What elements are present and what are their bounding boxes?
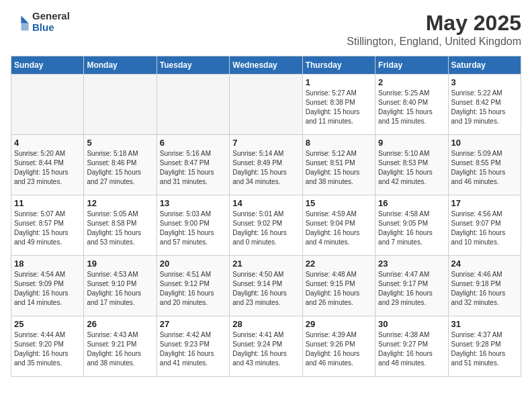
header-monday: Monday: [84, 56, 157, 75]
day-info: Sunrise: 5:05 AM Sunset: 8:58 PM Dayligh…: [87, 210, 153, 247]
day-number: 1: [306, 77, 372, 87]
day-info: Sunrise: 4:44 AM Sunset: 9:20 PM Dayligh…: [14, 330, 81, 368]
day-info: Sunrise: 5:16 AM Sunset: 8:47 PM Dayligh…: [160, 149, 226, 187]
day-number: 10: [451, 138, 518, 148]
day-number: 9: [378, 138, 445, 148]
day-number: 22: [306, 259, 372, 269]
day-cell: 20Sunrise: 4:51 AM Sunset: 9:12 PM Dayli…: [157, 256, 229, 316]
day-number: 16: [378, 198, 445, 208]
day-number: 18: [14, 259, 81, 269]
header-saturday: Saturday: [448, 56, 521, 75]
day-number: 28: [232, 319, 299, 329]
day-info: Sunrise: 4:47 AM Sunset: 9:17 PM Dayligh…: [378, 270, 445, 308]
month-title: May 2025: [347, 11, 521, 36]
day-number: 19: [87, 259, 153, 269]
day-info: Sunrise: 4:42 AM Sunset: 9:23 PM Dayligh…: [160, 330, 226, 368]
day-cell: 22Sunrise: 4:48 AM Sunset: 9:15 PM Dayli…: [302, 256, 375, 316]
day-number: 31: [451, 319, 518, 329]
day-number: 2: [378, 77, 445, 87]
day-cell: 11Sunrise: 5:07 AM Sunset: 8:57 PM Dayli…: [11, 195, 84, 256]
day-info: Sunrise: 5:20 AM Sunset: 8:44 PM Dayligh…: [14, 149, 81, 187]
day-cell: 23Sunrise: 4:47 AM Sunset: 9:17 PM Dayli…: [375, 256, 448, 316]
svg-marker-0: [21, 15, 28, 23]
day-cell: [11, 75, 84, 135]
day-number: 14: [232, 198, 299, 208]
day-number: 8: [306, 138, 372, 148]
day-number: 26: [87, 319, 153, 329]
day-info: Sunrise: 5:10 AM Sunset: 8:53 PM Dayligh…: [378, 149, 445, 187]
day-number: 17: [451, 198, 518, 208]
day-info: Sunrise: 4:58 AM Sunset: 9:05 PM Dayligh…: [378, 210, 445, 247]
day-info: Sunrise: 4:48 AM Sunset: 9:15 PM Dayligh…: [306, 270, 372, 308]
day-cell: 29Sunrise: 4:39 AM Sunset: 9:26 PM Dayli…: [302, 316, 375, 377]
day-number: 13: [160, 198, 226, 208]
week-row-5: 25Sunrise: 4:44 AM Sunset: 9:20 PM Dayli…: [11, 316, 521, 377]
day-cell: 24Sunrise: 4:46 AM Sunset: 9:18 PM Dayli…: [448, 256, 521, 316]
calendar-table: SundayMondayTuesdayWednesdayThursdayFrid…: [11, 56, 521, 377]
logo-blue-text: Blue: [32, 22, 70, 34]
day-info: Sunrise: 4:56 AM Sunset: 9:07 PM Dayligh…: [451, 210, 518, 247]
day-info: Sunrise: 5:25 AM Sunset: 8:40 PM Dayligh…: [378, 89, 445, 126]
day-number: 27: [160, 319, 226, 329]
header-wednesday: Wednesday: [230, 56, 302, 75]
day-info: Sunrise: 5:07 AM Sunset: 8:57 PM Dayligh…: [14, 210, 81, 247]
day-cell: [84, 75, 157, 135]
day-cell: 12Sunrise: 5:05 AM Sunset: 8:58 PM Dayli…: [84, 195, 157, 256]
day-cell: 6Sunrise: 5:16 AM Sunset: 8:47 PM Daylig…: [157, 135, 229, 195]
day-info: Sunrise: 4:59 AM Sunset: 9:04 PM Dayligh…: [306, 210, 372, 247]
day-cell: [157, 75, 229, 135]
day-info: Sunrise: 5:03 AM Sunset: 9:00 PM Dayligh…: [160, 210, 226, 247]
day-cell: 27Sunrise: 4:42 AM Sunset: 9:23 PM Dayli…: [157, 316, 229, 377]
day-cell: 3Sunrise: 5:22 AM Sunset: 8:42 PM Daylig…: [448, 75, 521, 135]
day-cell: 1Sunrise: 5:27 AM Sunset: 8:38 PM Daylig…: [302, 75, 375, 135]
day-info: Sunrise: 4:38 AM Sunset: 9:27 PM Dayligh…: [378, 330, 445, 368]
day-number: 20: [160, 259, 226, 269]
logo-icon: [11, 13, 30, 32]
day-cell: 21Sunrise: 4:50 AM Sunset: 9:14 PM Dayli…: [230, 256, 302, 316]
day-info: Sunrise: 4:46 AM Sunset: 9:18 PM Dayligh…: [451, 270, 518, 308]
day-cell: 13Sunrise: 5:03 AM Sunset: 9:00 PM Dayli…: [157, 195, 229, 256]
day-number: 6: [160, 138, 226, 148]
svg-marker-1: [21, 23, 28, 30]
day-number: 25: [14, 319, 81, 329]
day-info: Sunrise: 4:39 AM Sunset: 9:26 PM Dayligh…: [306, 330, 372, 368]
day-cell: 17Sunrise: 4:56 AM Sunset: 9:07 PM Dayli…: [448, 195, 521, 256]
day-cell: 28Sunrise: 4:41 AM Sunset: 9:24 PM Dayli…: [230, 316, 302, 377]
day-cell: 30Sunrise: 4:38 AM Sunset: 9:27 PM Dayli…: [375, 316, 448, 377]
location-title: Stillington, England, United Kingdom: [347, 36, 521, 48]
day-info: Sunrise: 5:22 AM Sunset: 8:42 PM Dayligh…: [451, 89, 518, 126]
day-number: 29: [306, 319, 372, 329]
day-number: 23: [378, 259, 445, 269]
page-header: General Blue May 2025 Stillington, Engla…: [11, 11, 521, 48]
day-cell: 8Sunrise: 5:12 AM Sunset: 8:51 PM Daylig…: [302, 135, 375, 195]
day-cell: 19Sunrise: 4:53 AM Sunset: 9:10 PM Dayli…: [84, 256, 157, 316]
day-info: Sunrise: 4:53 AM Sunset: 9:10 PM Dayligh…: [87, 270, 153, 308]
week-row-3: 11Sunrise: 5:07 AM Sunset: 8:57 PM Dayli…: [11, 195, 521, 256]
week-row-1: 1Sunrise: 5:27 AM Sunset: 8:38 PM Daylig…: [11, 75, 521, 135]
day-cell: 5Sunrise: 5:18 AM Sunset: 8:46 PM Daylig…: [84, 135, 157, 195]
header-thursday: Thursday: [302, 56, 375, 75]
day-cell: 26Sunrise: 4:43 AM Sunset: 9:21 PM Dayli…: [84, 316, 157, 377]
logo: General Blue: [11, 11, 70, 33]
day-info: Sunrise: 4:37 AM Sunset: 9:28 PM Dayligh…: [451, 330, 518, 368]
day-info: Sunrise: 5:27 AM Sunset: 8:38 PM Dayligh…: [306, 89, 372, 126]
calendar-header-row: SundayMondayTuesdayWednesdayThursdayFrid…: [11, 56, 521, 75]
day-cell: 10Sunrise: 5:09 AM Sunset: 8:55 PM Dayli…: [448, 135, 521, 195]
day-info: Sunrise: 4:41 AM Sunset: 9:24 PM Dayligh…: [232, 330, 299, 368]
day-cell: 4Sunrise: 5:20 AM Sunset: 8:44 PM Daylig…: [11, 135, 84, 195]
day-number: 24: [451, 259, 518, 269]
day-cell: 15Sunrise: 4:59 AM Sunset: 9:04 PM Dayli…: [302, 195, 375, 256]
day-info: Sunrise: 4:50 AM Sunset: 9:14 PM Dayligh…: [232, 270, 299, 308]
day-info: Sunrise: 4:51 AM Sunset: 9:12 PM Dayligh…: [160, 270, 226, 308]
day-info: Sunrise: 5:12 AM Sunset: 8:51 PM Dayligh…: [306, 149, 372, 187]
day-number: 4: [14, 138, 81, 148]
day-number: 5: [87, 138, 153, 148]
day-cell: 31Sunrise: 4:37 AM Sunset: 9:28 PM Dayli…: [448, 316, 521, 377]
day-cell: 25Sunrise: 4:44 AM Sunset: 9:20 PM Dayli…: [11, 316, 84, 377]
day-info: Sunrise: 5:01 AM Sunset: 9:02 PM Dayligh…: [232, 210, 299, 247]
week-row-2: 4Sunrise: 5:20 AM Sunset: 8:44 PM Daylig…: [11, 135, 521, 195]
title-block: May 2025 Stillington, England, United Ki…: [347, 11, 521, 48]
day-number: 15: [306, 198, 372, 208]
day-cell: 2Sunrise: 5:25 AM Sunset: 8:40 PM Daylig…: [375, 75, 448, 135]
week-row-4: 18Sunrise: 4:54 AM Sunset: 9:09 PM Dayli…: [11, 256, 521, 316]
